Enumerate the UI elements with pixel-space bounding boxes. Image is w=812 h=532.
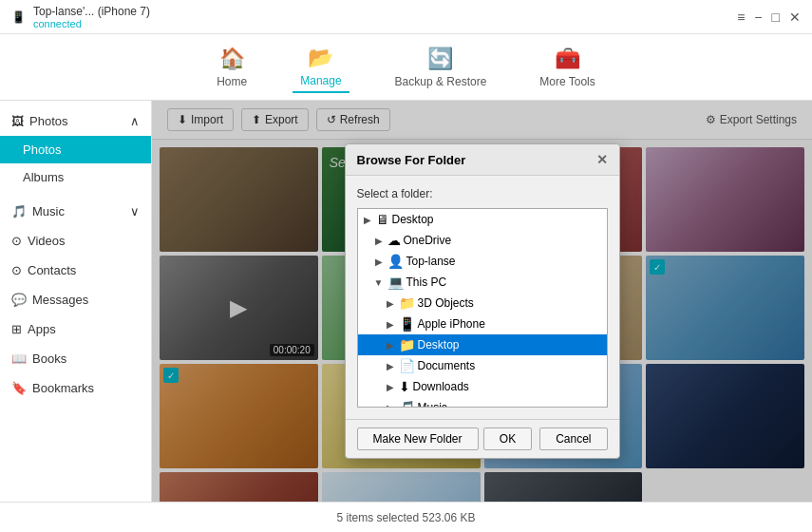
sidebar-header-bookmarks[interactable]: 🔖 Bookmarks: [0, 373, 151, 403]
tree-item[interactable]: ▶ 📁 3D Objects: [358, 293, 607, 314]
sidebar-videos-label: Videos: [28, 234, 66, 248]
dialog-title-bar: Browse For Folder ✕: [346, 144, 619, 176]
sidebar-apps-label: Apps: [28, 322, 56, 336]
sidebar-header-contacts[interactable]: ⊙ Contacts: [0, 256, 151, 285]
sidebar-music-label: Music: [32, 204, 65, 218]
ok-button[interactable]: OK: [483, 428, 532, 450]
tree-item-label: Apple iPhone: [418, 317, 485, 331]
tree-toggle: ▶: [362, 215, 373, 225]
tree-item[interactable]: ▶ 🖥 Desktop: [358, 209, 607, 230]
manage-icon: 📂: [308, 46, 333, 70]
content-area: 🖼 Photos ∧ Photos Albums 🎵 Music ∨ ⊙ Vid…: [0, 101, 812, 502]
folder-icon: 📁: [399, 295, 415, 311]
sidebar-header-photos[interactable]: 🖼 Photos ∧: [0, 106, 151, 136]
sidebar-bookmarks-label: Bookmarks: [32, 381, 94, 395]
tree-toggle: ▶: [385, 319, 396, 330]
browse-folder-dialog: Browse For Folder ✕ Select a folder: ▶ 🖥…: [345, 143, 620, 459]
dialog-action-buttons: OK Cancel: [483, 428, 608, 450]
status-text: 5 items selected 523.06 KB: [336, 511, 475, 524]
nav-manage-label: Manage: [300, 74, 341, 87]
sidebar-books-label: Books: [32, 352, 66, 366]
make-new-folder-button[interactable]: Make New Folder: [357, 428, 479, 450]
sidebar-header-videos[interactable]: ⊙ Videos: [0, 226, 151, 256]
nav-tools-label: More Tools: [539, 75, 595, 88]
pc-icon: 💻: [387, 275, 404, 290]
dialog-close-button[interactable]: ✕: [596, 152, 608, 167]
backup-icon: 🔄: [427, 47, 453, 71]
nav-home[interactable]: 🏠 Home: [209, 43, 255, 92]
tree-item[interactable]: ▶ 👤 Top-lanse: [358, 251, 607, 272]
tree-item-selected[interactable]: ▶ 📁 Desktop: [358, 334, 607, 355]
device-status: connected: [33, 18, 150, 29]
sidebar-header-books[interactable]: 📖 Books: [0, 344, 151, 373]
tree-item[interactable]: ▼ 💻 This PC: [358, 272, 607, 293]
books-icon: 📖: [11, 352, 27, 366]
onedrive-icon: ☁: [387, 233, 401, 248]
sidebar-item-albums[interactable]: Albums: [0, 163, 151, 191]
window-controls: ≡ − □ ✕: [737, 10, 801, 25]
sidebar-item-photos[interactable]: Photos: [0, 136, 151, 163]
sidebar-contacts-label: Contacts: [28, 263, 76, 277]
menu-icon[interactable]: ≡: [737, 10, 745, 25]
tree-toggle: ▶: [385, 361, 396, 371]
nav-backup[interactable]: 🔄 Backup & Restore: [387, 43, 495, 92]
sidebar-header-apps[interactable]: ⊞ Apps: [0, 314, 151, 344]
tree-item-label: Desktop: [418, 338, 460, 352]
nav-home-label: Home: [217, 75, 247, 88]
tree-item[interactable]: ▶ 📄 Documents: [358, 355, 607, 376]
title-bar: 📱 Top-lanse'... (iPhone 7) connected ≡ −…: [0, 0, 812, 34]
dialog-footer: Make New Folder OK Cancel: [346, 419, 619, 458]
videos-icon: ⊙: [11, 234, 22, 248]
main-area: ⬇ Import ⬆ Export ↺ Refresh ⚙ Export Set…: [152, 101, 812, 502]
device-name: Top-lanse'... (iPhone 7): [33, 5, 150, 18]
chevron-up-icon: ∧: [130, 114, 140, 128]
messages-icon: 💬: [11, 293, 27, 307]
minimize-icon[interactable]: −: [754, 10, 762, 25]
music-icon: 🎵: [11, 204, 27, 218]
tree-toggle: ▶: [385, 340, 396, 351]
tree-toggle: ▶: [373, 256, 385, 267]
folder-icon: 📁: [399, 337, 415, 352]
tree-item[interactable]: ▶ ☁ OneDrive: [358, 230, 607, 251]
tree-toggle: ▼: [373, 277, 385, 288]
tree-item[interactable]: ▶ 📱 Apple iPhone: [358, 314, 607, 334]
apps-icon: ⊞: [11, 322, 22, 336]
dialog-prompt: Select a folder:: [357, 187, 608, 200]
folder-tree[interactable]: ▶ 🖥 Desktop ▶ ☁ OneDrive ▶: [357, 208, 608, 408]
close-icon[interactable]: ✕: [789, 10, 801, 25]
tree-item-label: Top-lanse: [406, 255, 456, 268]
tree-item-label: Downloads: [413, 380, 469, 393]
maximize-icon[interactable]: □: [772, 10, 780, 25]
tree-item-label: Music: [418, 401, 447, 408]
tree-toggle: ▶: [373, 236, 385, 246]
bookmarks-icon: 🔖: [11, 381, 27, 395]
tree-item-label: Documents: [418, 359, 476, 372]
contacts-icon: ⊙: [11, 263, 22, 277]
dialog-body: Select a folder: ▶ 🖥 Desktop ▶ ☁ OneDr: [346, 176, 619, 419]
phone-icon: 📱: [399, 316, 415, 332]
folder-icon: 📄: [399, 358, 415, 373]
tree-item-label: OneDrive: [404, 234, 452, 247]
tree-item-label: 3D Objects: [418, 296, 474, 310]
sidebar-albums-label: Albums: [23, 170, 64, 184]
nav-tools[interactable]: 🧰 More Tools: [532, 43, 602, 92]
downloads-icon: ⬇: [399, 379, 410, 394]
dialog-overlay: Browse For Folder ✕ Select a folder: ▶ 🖥…: [152, 101, 812, 502]
sidebar: 🖼 Photos ∧ Photos Albums 🎵 Music ∨ ⊙ Vid…: [0, 101, 152, 502]
sidebar-photos-label: Photos: [29, 114, 67, 128]
tree-item[interactable]: ▶ 🎵 Music: [358, 397, 607, 408]
music-icon: 🎵: [399, 400, 415, 408]
sidebar-photos-sub-label: Photos: [23, 142, 61, 157]
tree-toggle: ▶: [385, 403, 396, 408]
nav-manage[interactable]: 📂 Manage: [293, 42, 349, 93]
user-icon: 👤: [387, 254, 404, 269]
tools-icon: 🧰: [555, 47, 580, 71]
sidebar-header-messages[interactable]: 💬 Messages: [0, 285, 151, 314]
tree-item[interactable]: ▶ ⬇ Downloads: [358, 376, 607, 397]
nav-backup-label: Backup & Restore: [395, 75, 487, 88]
cancel-button[interactable]: Cancel: [539, 428, 607, 450]
tree-toggle: ▶: [385, 382, 396, 392]
home-icon: 🏠: [219, 47, 245, 71]
sidebar-header-music[interactable]: 🎵 Music ∨: [0, 197, 151, 226]
status-bar: 5 items selected 523.06 KB: [0, 502, 812, 532]
